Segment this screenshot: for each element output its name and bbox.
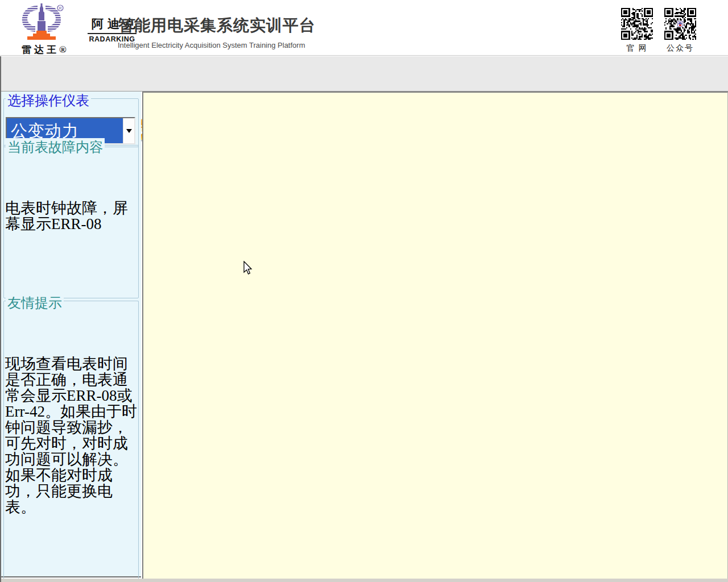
title-block: 智能用电采集系统实训平台 Intelligent Electricity Acq… <box>118 15 316 49</box>
toolbar: 批量故障演示 抄读数据 电表认证 故障处理完成 设置批量故障 返回首页 <box>0 56 728 92</box>
qr-wechat-image <box>664 8 696 40</box>
main-canvas <box>142 92 728 582</box>
tips-text: 现场查看电表时间是否正确，电表通常会显示ERR-08或Err-42。如果由于时钟… <box>4 356 138 515</box>
page-subtitle: Intelligent Electricity Acquisition Syst… <box>118 41 316 49</box>
qr-website-image <box>621 8 653 40</box>
qr-website: 官 网 <box>620 8 654 53</box>
fault-content-text: 电表时钟故障，屏幕显示ERR-08 <box>4 200 138 232</box>
qr-wechat: 公众号 <box>663 8 697 53</box>
brand-logo: R 雷达王® 阿迪克 RADARKING <box>20 2 117 55</box>
qr-wechat-label: 公众号 <box>663 43 697 53</box>
chevron-down-icon <box>126 129 132 133</box>
window-left-edge <box>0 56 1 582</box>
tips-group: 友情提示 现场查看电表时间是否正确，电表通常会显示ERR-08或Err-42。如… <box>3 301 139 582</box>
qr-website-label: 官 网 <box>620 43 654 53</box>
radarking-emblem-icon: R <box>20 3 65 43</box>
svg-text:R: R <box>59 6 61 10</box>
dropdown-arrow-button[interactable] <box>123 118 134 143</box>
page-title: 智能用电采集系统实训平台 <box>118 15 316 36</box>
fault-content-group: 当前表故障内容 电表时钟故障，屏幕显示ERR-08 <box>3 145 139 298</box>
fault-content-title: 当前表故障内容 <box>6 138 105 156</box>
brand-mark: 雷达王® <box>22 43 69 56</box>
sidebar: 选择操作仪表 公变动力 当前表故障内容 电表时钟故障，屏幕显示ERR-08 友情… <box>1 92 141 577</box>
window-bottom-strip <box>0 579 728 582</box>
meter-select-title: 选择操作仪表 <box>6 92 91 110</box>
tips-title: 友情提示 <box>6 294 64 312</box>
app-header: R 雷达王® 阿迪克 RADARKING 智能用电采集系统实训平台 Intell… <box>0 0 728 56</box>
